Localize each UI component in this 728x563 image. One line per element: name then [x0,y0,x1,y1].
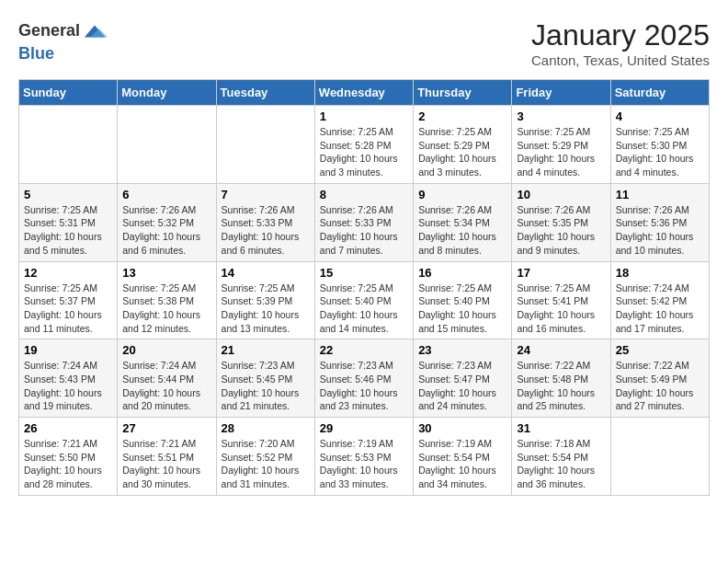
calendar-cell: 6Sunrise: 7:26 AM Sunset: 5:32 PM Daylig… [118,183,216,261]
day-number: 3 [517,109,605,123]
calendar-cell: 7Sunrise: 7:26 AM Sunset: 5:33 PM Daylig… [216,183,314,261]
weekday-header-thursday: Thursday [414,80,512,106]
day-info: Sunrise: 7:25 AM Sunset: 5:38 PM Dayligh… [122,282,210,336]
calendar-cell: 21Sunrise: 7:23 AM Sunset: 5:45 PM Dayli… [216,339,314,418]
day-number: 31 [517,421,605,435]
calendar-cell: 20Sunrise: 7:24 AM Sunset: 5:44 PM Dayli… [118,339,216,418]
day-number: 27 [122,421,210,435]
day-info: Sunrise: 7:25 AM Sunset: 5:41 PM Dayligh… [517,282,605,336]
day-info: Sunrise: 7:18 AM Sunset: 5:54 PM Dayligh… [517,437,605,491]
day-number: 24 [517,343,605,357]
weekday-header-wednesday: Wednesday [314,80,413,106]
calendar-cell: 22Sunrise: 7:23 AM Sunset: 5:46 PM Dayli… [314,339,413,418]
weekday-header-friday: Friday [512,80,610,106]
calendar-cell: 5Sunrise: 7:25 AM Sunset: 5:31 PM Daylig… [19,183,118,261]
day-number: 23 [418,343,506,357]
calendar-cell: 27Sunrise: 7:21 AM Sunset: 5:51 PM Dayli… [118,418,216,496]
day-number: 25 [616,343,704,357]
day-info: Sunrise: 7:25 AM Sunset: 5:40 PM Dayligh… [320,282,408,336]
week-row-3: 12Sunrise: 7:25 AM Sunset: 5:37 PM Dayli… [19,261,710,339]
calendar-cell: 23Sunrise: 7:23 AM Sunset: 5:47 PM Dayli… [414,339,512,418]
calendar-table: SundayMondayTuesdayWednesdayThursdayFrid… [18,79,710,496]
logo-icon [82,18,108,44]
day-info: Sunrise: 7:24 AM Sunset: 5:43 PM Dayligh… [24,359,112,413]
day-info: Sunrise: 7:23 AM Sunset: 5:47 PM Dayligh… [418,359,506,413]
day-info: Sunrise: 7:23 AM Sunset: 5:46 PM Dayligh… [320,359,408,413]
calendar-cell: 15Sunrise: 7:25 AM Sunset: 5:40 PM Dayli… [314,261,413,339]
calendar-cell: 1Sunrise: 7:25 AM Sunset: 5:28 PM Daylig… [314,106,413,184]
day-info: Sunrise: 7:25 AM Sunset: 5:39 PM Dayligh… [222,282,310,336]
weekday-header-monday: Monday [118,80,216,106]
weekday-header-sunday: Sunday [19,80,118,106]
day-info: Sunrise: 7:26 AM Sunset: 5:36 PM Dayligh… [616,203,704,258]
calendar-subtitle: Canton, Texas, United States [531,52,710,68]
day-number: 20 [122,343,210,357]
day-number: 7 [222,188,310,201]
day-number: 5 [24,188,112,201]
day-number: 9 [418,188,506,201]
day-info: Sunrise: 7:22 AM Sunset: 5:49 PM Dayligh… [616,359,704,413]
day-number: 17 [517,266,605,280]
weekday-header-saturday: Saturday [610,80,709,106]
calendar-cell: 16Sunrise: 7:25 AM Sunset: 5:40 PM Dayli… [414,261,512,339]
calendar-cell: 29Sunrise: 7:19 AM Sunset: 5:53 PM Dayli… [314,418,413,496]
day-info: Sunrise: 7:25 AM Sunset: 5:30 PM Dayligh… [616,125,704,179]
calendar-cell: 18Sunrise: 7:24 AM Sunset: 5:42 PM Dayli… [610,261,709,339]
day-number: 6 [122,188,210,201]
week-row-1: 1Sunrise: 7:25 AM Sunset: 5:28 PM Daylig… [19,106,710,184]
day-number: 26 [24,421,112,435]
day-number: 18 [616,266,704,280]
day-number: 11 [616,188,704,201]
day-number: 1 [320,109,408,123]
day-number: 12 [24,266,112,280]
calendar-title: January 2025 [531,18,710,52]
day-info: Sunrise: 7:26 AM Sunset: 5:33 PM Dayligh… [222,203,310,258]
day-number: 22 [320,343,408,357]
day-number: 28 [222,421,310,435]
calendar-cell: 31Sunrise: 7:18 AM Sunset: 5:54 PM Dayli… [512,418,610,496]
day-number: 30 [418,421,506,435]
day-info: Sunrise: 7:21 AM Sunset: 5:51 PM Dayligh… [122,437,210,491]
day-number: 8 [320,188,408,201]
calendar-cell [610,418,709,496]
calendar-cell: 12Sunrise: 7:25 AM Sunset: 5:37 PM Dayli… [19,261,118,339]
day-info: Sunrise: 7:25 AM Sunset: 5:31 PM Dayligh… [24,203,112,258]
day-info: Sunrise: 7:19 AM Sunset: 5:53 PM Dayligh… [320,437,408,491]
day-info: Sunrise: 7:26 AM Sunset: 5:32 PM Dayligh… [122,203,210,258]
day-number: 10 [517,188,605,201]
day-number: 14 [222,266,310,280]
calendar-cell: 19Sunrise: 7:24 AM Sunset: 5:43 PM Dayli… [19,339,118,418]
day-number: 2 [418,109,506,123]
calendar-cell: 11Sunrise: 7:26 AM Sunset: 5:36 PM Dayli… [610,183,709,261]
calendar-cell [216,106,314,184]
calendar-cell: 13Sunrise: 7:25 AM Sunset: 5:38 PM Dayli… [118,261,216,339]
calendar-cell: 25Sunrise: 7:22 AM Sunset: 5:49 PM Dayli… [610,339,709,418]
day-info: Sunrise: 7:19 AM Sunset: 5:54 PM Dayligh… [418,437,506,491]
weekday-header-tuesday: Tuesday [216,80,314,106]
week-row-5: 26Sunrise: 7:21 AM Sunset: 5:50 PM Dayli… [19,418,710,496]
page-header: General Blue January 2025 Canton, Texas,… [18,18,710,68]
calendar-cell: 2Sunrise: 7:25 AM Sunset: 5:29 PM Daylig… [414,106,512,184]
weekday-header-row: SundayMondayTuesdayWednesdayThursdayFrid… [19,80,710,106]
day-info: Sunrise: 7:25 AM Sunset: 5:37 PM Dayligh… [24,282,112,336]
day-info: Sunrise: 7:25 AM Sunset: 5:29 PM Dayligh… [418,125,506,179]
calendar-cell: 28Sunrise: 7:20 AM Sunset: 5:52 PM Dayli… [216,418,314,496]
day-number: 4 [616,109,704,123]
day-info: Sunrise: 7:26 AM Sunset: 5:34 PM Dayligh… [418,203,506,258]
day-number: 16 [418,266,506,280]
day-info: Sunrise: 7:23 AM Sunset: 5:45 PM Dayligh… [222,359,310,413]
day-info: Sunrise: 7:25 AM Sunset: 5:28 PM Dayligh… [320,125,408,179]
calendar-cell: 9Sunrise: 7:26 AM Sunset: 5:34 PM Daylig… [414,183,512,261]
day-info: Sunrise: 7:20 AM Sunset: 5:52 PM Dayligh… [222,437,310,491]
day-info: Sunrise: 7:26 AM Sunset: 5:35 PM Dayligh… [517,203,605,258]
title-block: January 2025 Canton, Texas, United State… [531,18,710,68]
calendar-cell: 14Sunrise: 7:25 AM Sunset: 5:39 PM Dayli… [216,261,314,339]
week-row-4: 19Sunrise: 7:24 AM Sunset: 5:43 PM Dayli… [19,339,710,418]
logo: General Blue [18,18,108,64]
calendar-cell [118,106,216,184]
day-info: Sunrise: 7:24 AM Sunset: 5:44 PM Dayligh… [122,359,210,413]
week-row-2: 5Sunrise: 7:25 AM Sunset: 5:31 PM Daylig… [19,183,710,261]
calendar-cell: 8Sunrise: 7:26 AM Sunset: 5:33 PM Daylig… [314,183,413,261]
day-info: Sunrise: 7:21 AM Sunset: 5:50 PM Dayligh… [24,437,112,491]
day-info: Sunrise: 7:25 AM Sunset: 5:40 PM Dayligh… [418,282,506,336]
